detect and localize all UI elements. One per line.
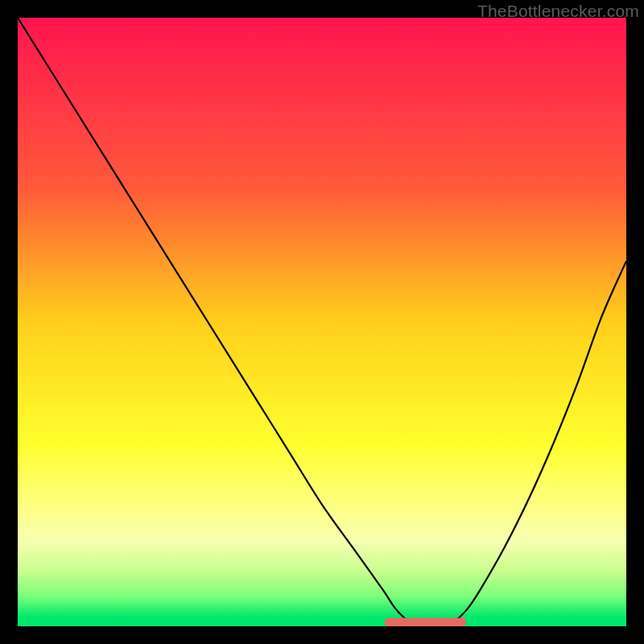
watermark: TheBottlenecker.com: [477, 2, 639, 21]
chart-frame: [18, 18, 626, 626]
bottleneck-curve: [18, 18, 626, 626]
curve-line: [18, 18, 626, 626]
plot-area: [18, 18, 626, 626]
watermark-text: TheBottlenecker.com: [477, 2, 639, 20]
